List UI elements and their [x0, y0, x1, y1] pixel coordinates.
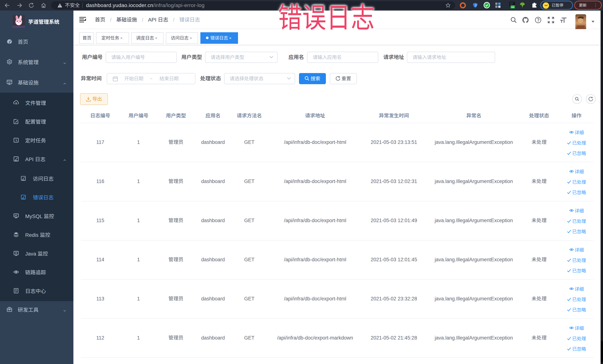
svg-text:on: on	[511, 6, 514, 8]
